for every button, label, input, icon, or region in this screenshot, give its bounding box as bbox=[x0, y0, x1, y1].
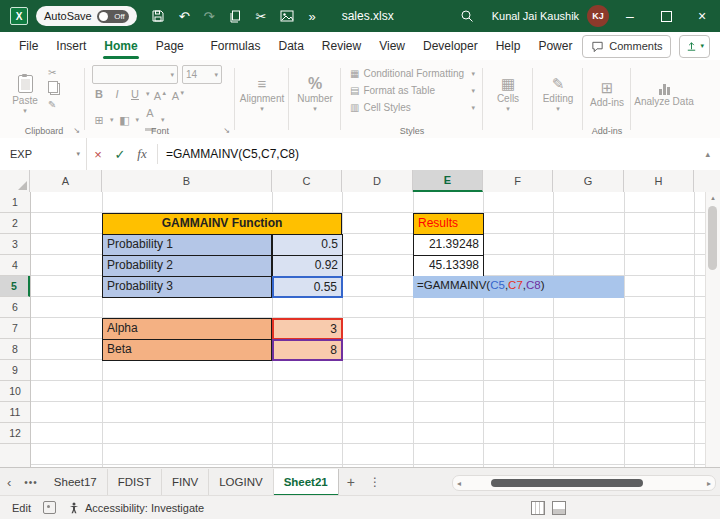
sheet-grid[interactable]: 1 2 3 4 5 6 7 8 9 10 11 12 GAMMAINV Func… bbox=[0, 192, 720, 468]
scroll-right-icon[interactable]: ▸ bbox=[703, 479, 715, 488]
clipboard-dialog-launcher-icon[interactable]: ↘ bbox=[73, 127, 80, 135]
cells-button[interactable]: ▦ Cells ▾ bbox=[486, 64, 530, 124]
autosave-switch[interactable]: Off bbox=[97, 10, 129, 23]
editing-button[interactable]: ✎ Editing ▾ bbox=[536, 64, 580, 124]
excel-app-icon[interactable]: X bbox=[10, 7, 28, 25]
cell-c8-referenced[interactable]: 8 bbox=[272, 339, 343, 361]
row-header-2[interactable]: 2 bbox=[0, 213, 30, 234]
column-header-h[interactable]: H bbox=[624, 170, 694, 192]
cell-c5-referenced[interactable]: 0.55 bbox=[272, 276, 343, 298]
autosave-toggle[interactable]: AutoSave Off bbox=[36, 6, 137, 26]
cell-c4[interactable]: 0.92 bbox=[272, 255, 343, 277]
cell-b4[interactable]: Probability 2 bbox=[102, 255, 272, 277]
cell-e5-active-edit[interactable]: =GAMMAINV(C5,C7,C8) bbox=[413, 276, 624, 298]
alignment-button[interactable]: ≡ Alignment ▾ bbox=[238, 64, 286, 124]
sheet-tab-loginv[interactable]: LOGINV bbox=[209, 469, 273, 496]
vertical-scroll-thumb[interactable] bbox=[708, 206, 717, 270]
select-all-corner[interactable] bbox=[0, 170, 30, 192]
tab-data[interactable]: Data bbox=[269, 32, 312, 60]
conditional-formatting-button[interactable]: ▦ Conditional Formatting ▾ bbox=[344, 65, 480, 82]
column-header-f[interactable]: F bbox=[483, 170, 553, 192]
formula-input[interactable]: =GAMMAINV(C5,C7,C8) bbox=[162, 147, 299, 161]
user-name[interactable]: Kunal Jai Kaushik bbox=[492, 10, 579, 22]
row-header-1[interactable]: 1 bbox=[0, 192, 30, 213]
new-sheet-button[interactable]: + bbox=[339, 474, 363, 490]
cell-e2-results-header[interactable]: Results bbox=[413, 213, 484, 235]
scroll-up-icon[interactable]: ▴ bbox=[706, 192, 720, 204]
tab-help[interactable]: Help bbox=[487, 32, 530, 60]
insert-function-button[interactable]: fx bbox=[131, 146, 153, 162]
paste-button[interactable]: Paste ▾ bbox=[6, 64, 44, 124]
undo-icon[interactable]: ↶ bbox=[179, 10, 190, 23]
borders-button[interactable]: ⊞ bbox=[92, 113, 106, 127]
name-box[interactable]: EXP ▾ bbox=[0, 138, 87, 170]
sheet-tab-sheet21-active[interactable]: Sheet21 bbox=[274, 469, 339, 496]
avatar[interactable]: KJ bbox=[587, 5, 609, 27]
cell-b8[interactable]: Beta bbox=[102, 339, 272, 361]
comments-button[interactable]: Comments bbox=[582, 35, 671, 58]
row-header-5[interactable]: 5 bbox=[0, 276, 30, 297]
tab-file[interactable]: File bbox=[10, 32, 47, 60]
font-dialog-launcher-icon[interactable]: ↘ bbox=[223, 127, 230, 135]
row-header-6[interactable]: 6 bbox=[0, 297, 30, 318]
cell-e3[interactable]: 21.39248 bbox=[413, 234, 484, 256]
shrink-font-button[interactable]: A▼ bbox=[172, 86, 186, 103]
column-header-b[interactable]: B bbox=[102, 170, 272, 192]
sheet-tab-fdist[interactable]: FDIST bbox=[108, 469, 162, 496]
tab-power-pivot[interactable]: Power Pivot bbox=[529, 32, 582, 60]
sheet-tab-sheet17[interactable]: Sheet17 bbox=[44, 469, 108, 496]
vertical-scrollbar[interactable]: ▴ bbox=[705, 192, 720, 468]
column-header-a[interactable]: A bbox=[30, 170, 102, 192]
column-header-d[interactable]: D bbox=[342, 170, 413, 192]
italic-button[interactable]: I bbox=[110, 87, 124, 101]
format-painter-icon[interactable]: ✎ bbox=[48, 99, 60, 111]
font-size-combobox[interactable]: 14 ▾ bbox=[182, 65, 222, 84]
row-header-3[interactable]: 3 bbox=[0, 234, 30, 255]
cell-b5[interactable]: Probability 3 bbox=[102, 276, 272, 298]
formula-bar-collapse-icon[interactable]: ▴ bbox=[705, 149, 710, 159]
horizontal-scrollbar[interactable]: ◂ ▸ bbox=[452, 475, 716, 491]
underline-button[interactable]: U bbox=[128, 87, 142, 101]
accessibility-status[interactable]: Accessibility: Investigate bbox=[68, 502, 204, 514]
cell-b2-title[interactable]: GAMMAINV Function bbox=[102, 213, 342, 235]
copy-icon[interactable] bbox=[50, 83, 60, 95]
sheet-nav-more-icon[interactable]: ••• bbox=[18, 477, 44, 488]
copy-document-icon[interactable] bbox=[229, 10, 242, 23]
tab-developer[interactable]: Developer bbox=[414, 32, 487, 60]
close-button[interactable]: × bbox=[684, 0, 720, 32]
row-header-8[interactable]: 8 bbox=[0, 339, 30, 360]
row-header-4[interactable]: 4 bbox=[0, 255, 30, 276]
tab-home[interactable]: Home bbox=[95, 32, 146, 60]
horizontal-scroll-thumb[interactable] bbox=[491, 479, 643, 487]
cell-c3[interactable]: 0.5 bbox=[272, 234, 343, 256]
page-layout-view-icon[interactable] bbox=[552, 501, 566, 515]
document-title[interactable]: sales.xlsx bbox=[342, 9, 394, 23]
maximize-button[interactable] bbox=[648, 0, 684, 32]
minimize-button[interactable]: – bbox=[612, 0, 648, 32]
cut-icon[interactable]: ✂ bbox=[48, 67, 60, 79]
column-header-e[interactable]: E bbox=[413, 170, 483, 192]
tab-page-layout[interactable]: Page Layout bbox=[147, 32, 202, 60]
bold-button[interactable]: B bbox=[92, 87, 106, 101]
sheet-tab-finv[interactable]: FINV bbox=[162, 469, 209, 496]
format-as-table-button[interactable]: ▤ Format as Table ▾ bbox=[344, 82, 480, 99]
share-button[interactable]: ▾ bbox=[679, 35, 710, 58]
tab-review[interactable]: Review bbox=[313, 32, 370, 60]
tab-formulas[interactable]: Formulas bbox=[201, 32, 269, 60]
row-header-9[interactable]: 9 bbox=[0, 360, 30, 381]
fill-color-button[interactable]: ◧ bbox=[118, 113, 132, 127]
row-header-7[interactable]: 7 bbox=[0, 318, 30, 339]
normal-view-icon[interactable] bbox=[531, 501, 545, 515]
macro-record-icon[interactable] bbox=[43, 501, 56, 514]
grow-font-button[interactable]: A▲ bbox=[154, 86, 168, 103]
row-header-12[interactable]: 12 bbox=[0, 423, 30, 444]
cell-b7[interactable]: Alpha bbox=[102, 318, 272, 340]
analyze-data-button[interactable]: Analyze Data bbox=[634, 64, 694, 124]
sheet-nav-left-icon[interactable]: ‹ bbox=[0, 475, 18, 490]
quick-access-more-icon[interactable]: » bbox=[308, 10, 315, 23]
cell-e4[interactable]: 45.13398 bbox=[413, 255, 484, 277]
sheet-options-icon[interactable]: ⋮ bbox=[363, 475, 387, 489]
cell-c7-referenced[interactable]: 3 bbox=[272, 318, 343, 340]
column-header-g[interactable]: G bbox=[553, 170, 624, 192]
row-header-11[interactable]: 11 bbox=[0, 402, 30, 423]
